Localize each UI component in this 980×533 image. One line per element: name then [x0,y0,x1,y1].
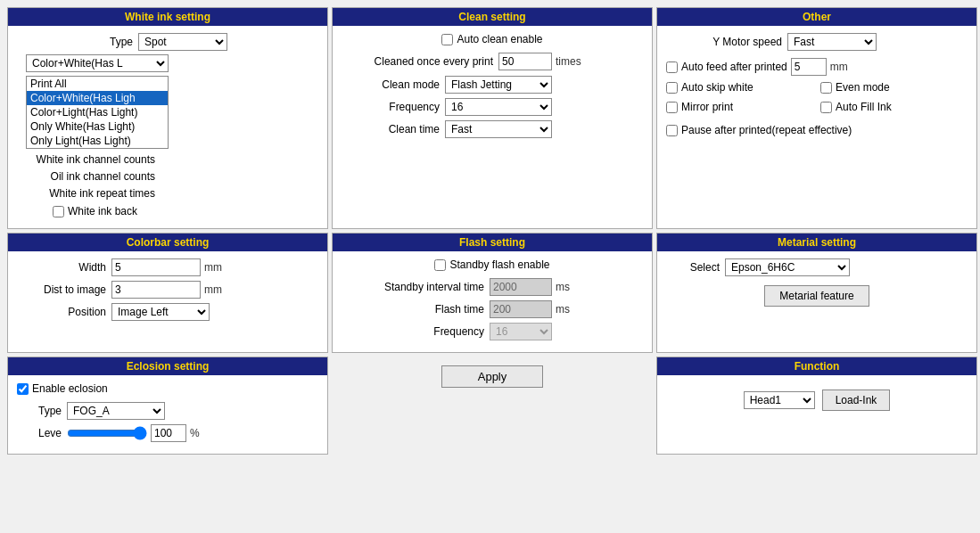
material-select-label: Select [666,261,720,274]
standby-interval-unit: ms [556,281,570,293]
frequency-select[interactable]: 16 8 4 [445,98,552,116]
mirror-print-label: Mirror print [681,101,733,113]
list-item-only-white[interactable]: Only White(Has Light) [27,119,168,134]
clean-mode-select[interactable]: Flash Jetting Normal Deep [445,76,552,94]
standby-interval-label: Standby interval time [342,281,484,293]
eclosion-level-label: Leve [17,427,62,439]
position-select[interactable]: Image Left Image Right Both [111,303,210,321]
frequency-label: Frequency [342,101,440,113]
load-ink-button[interactable]: Load-Ink [822,390,891,411]
other-title: Other [657,8,976,26]
mirror-print-row: Mirror print [666,101,813,113]
auto-skip-row: Auto skip white [666,81,813,94]
flash-freq-select[interactable]: 16 8 4 [490,323,552,340]
clean-time-label: Clean time [342,123,440,135]
white-ink-panel: White ink setting Type Spot Flash Contin… [7,7,328,229]
y-motor-label: Y Motor speed [666,36,782,48]
y-motor-select[interactable]: Fast Normal Slow [787,33,877,51]
even-mode-row: Even mode [820,81,968,94]
cleaned-once-unit: times [556,55,581,68]
eclosion-title: Eclosion setting [8,357,327,375]
auto-skip-checkbox[interactable] [666,82,678,94]
material-feature-button[interactable]: Metarial feature [764,285,869,307]
material-panel: Metarial setting Select Epson_6H6C Epson… [656,233,977,353]
channel-mode-list[interactable]: Print All Color+White(Has Ligh Color+Lig… [26,76,169,149]
head-select[interactable]: Head1 Head2 Head3 [744,391,815,409]
colorbar-panel: Colorbar setting Width mm Dist to image … [7,233,328,353]
function-title: Function [657,357,976,375]
list-item-color-light[interactable]: Color+Light(Has Light) [27,105,168,119]
standby-flash-checkbox[interactable] [434,259,446,271]
flash-time-label: Flash time [342,303,484,316]
auto-feed-input[interactable] [791,58,827,76]
oil-channel-label: Oil ink channel counts [17,170,155,183]
auto-feed-label: Auto feed after printed [681,61,787,73]
cleaned-once-input[interactable] [498,53,552,70]
clean-setting-panel: Clean setting Auto clean enable Cleaned … [332,7,653,229]
position-label: Position [17,306,106,318]
width-input[interactable] [111,258,201,276]
eclosion-level-unit: % [190,427,200,439]
auto-skip-label: Auto skip white [681,81,754,94]
eclosion-level-slider[interactable] [67,426,147,440]
eclosion-panel: Eclosion setting Enable eclosion Type FO… [7,357,328,455]
dist-label: Dist to image [17,283,106,296]
white-ink-back-checkbox[interactable] [53,206,64,217]
list-item-color-white[interactable]: Color+White(Has Ligh [27,91,168,105]
flash-time-unit: ms [556,303,570,316]
auto-feed-unit: mm [830,61,848,73]
flash-freq-label: Frequency [342,325,484,338]
eclosion-type-select[interactable]: FOG_A FOG_B FOG_C [67,402,165,420]
cleaned-once-label: Cleaned once every print [342,55,493,68]
clean-setting-title: Clean setting [333,8,652,26]
flash-setting-title: Flash setting [333,234,652,251]
material-select[interactable]: Epson_6H6C Epson_DX5 Ricoh [725,258,850,276]
other-panel: Other Y Motor speed Fast Normal Slow Aut… [656,7,977,229]
even-mode-checkbox[interactable] [820,82,832,94]
type-select[interactable]: Spot Flash Continuous [138,33,227,51]
list-item-only-light[interactable]: Only Light(Has Light) [27,134,168,148]
auto-fill-label: Auto Fill Ink [836,101,892,113]
apply-container: Apply [332,357,653,455]
mirror-print-checkbox[interactable] [666,102,678,113]
white-ink-title: White ink setting [8,8,327,26]
pause-checkbox[interactable] [666,125,678,136]
channel-mode-select[interactable]: Color+White(Has L [26,54,169,72]
pause-label: Pause after printed(repeat effective) [681,124,852,136]
standby-interval-input[interactable] [490,278,552,296]
apply-button[interactable]: Apply [441,365,544,388]
clean-mode-label: Clean mode [342,78,440,91]
auto-fill-checkbox[interactable] [820,102,832,113]
width-unit: mm [204,261,222,274]
dist-unit: mm [204,283,222,296]
auto-clean-label: Auto clean enable [457,33,542,45]
auto-feed-checkbox[interactable] [666,62,678,73]
even-mode-label: Even mode [836,81,890,94]
dist-input[interactable] [111,281,201,299]
function-panel: Function Head1 Head2 Head3 Load-Ink [656,357,977,455]
flash-setting-panel: Flash setting Standby flash enable Stand… [332,233,653,353]
colorbar-title: Colorbar setting [8,234,327,251]
width-label: Width [17,261,106,274]
auto-clean-checkbox[interactable] [441,34,453,45]
enable-eclosion-label: Enable eclosion [32,382,108,395]
type-label: Type [17,36,133,48]
standby-flash-label: Standby flash enable [449,258,549,271]
eclosion-type-label: Type [17,405,62,417]
flash-time-input[interactable] [490,300,552,318]
enable-eclosion-checkbox[interactable] [17,383,29,395]
clean-time-select[interactable]: Fast Normal Slow [445,120,552,138]
eclosion-level-input[interactable] [151,424,186,442]
repeat-label: White ink repeat times [17,187,155,200]
auto-fill-row: Auto Fill Ink [820,101,968,113]
material-title: Metarial setting [657,234,976,251]
list-item-print-all[interactable]: Print All [27,77,168,91]
white-ink-back-label: White ink back [68,205,137,217]
white-channel-label: White ink channel counts [17,153,155,166]
